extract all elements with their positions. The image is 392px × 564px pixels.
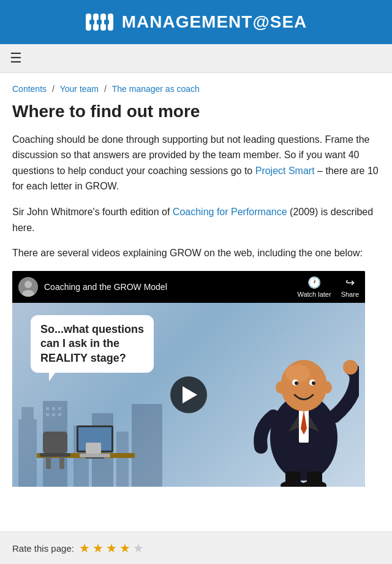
logo-text: MANAGEMENT@SEA [122,12,307,32]
video-embed[interactable]: Coaching and the GROW Model 🕐 Watch late… [12,271,365,487]
svg-point-50 [281,481,305,487]
speech-line2: can I ask in the [40,337,119,349]
video-avatar [18,277,38,297]
share-label: Share [341,291,359,298]
svg-rect-24 [43,432,67,453]
paragraph-3: There are several videos explaining GROW… [12,245,380,261]
video-top-bar: Coaching and the GROW Model 🕐 Watch late… [12,271,365,303]
breadcrumb-your-team[interactable]: Your team [60,84,99,94]
play-icon [183,386,197,403]
coaching-performance-link[interactable]: Coaching for Performance [173,207,287,217]
watch-later-button[interactable]: 🕐 Watch later [297,276,331,298]
svg-rect-27 [59,457,64,469]
video-title: Coaching and the GROW Model [44,282,291,292]
svg-point-51 [302,481,326,487]
logo-icon [85,9,116,36]
desk-scene [24,407,147,481]
svg-point-47 [343,360,358,375]
svg-point-43 [295,381,298,385]
watch-later-icon: 🕐 [307,276,321,289]
navbar: ☰ [0,44,392,73]
svg-point-45 [276,381,285,394]
share-icon: ↪ [345,276,355,289]
page-title: Where to find out more [12,101,380,122]
breadcrumb-contents[interactable]: Contents [12,84,47,94]
paragraph-2-prefix: Sir John Whitmore's fourth edition of [12,207,170,217]
breadcrumb-sep-1: / [52,84,57,94]
watch-later-label: Watch later [297,291,331,298]
breadcrumb: Contents / Your team / The manager as co… [12,84,380,94]
main-content: Contents / Your team / The manager as co… [0,73,392,511]
paragraph-2: Sir John Whitmore's fourth edition of Co… [12,204,380,235]
svg-rect-32 [86,443,101,454]
project-smart-link[interactable]: Project Smart [255,166,315,176]
share-button[interactable]: ↪ Share [341,276,359,298]
breadcrumb-sep-2: / [104,84,109,94]
svg-rect-26 [46,457,51,469]
svg-point-46 [322,381,332,394]
svg-point-40 [285,365,310,382]
paragraph-1-text: Coaching should be done through supporti… [12,134,370,176]
speech-line1: So...what questions [40,323,144,335]
site-header: MANAGEMENT@SEA [0,0,392,44]
svg-rect-5 [97,20,102,25]
paragraph-1: Coaching should be done through supporti… [12,132,380,194]
logo: MANAGEMENT@SEA [85,9,307,36]
svg-rect-4 [89,20,94,25]
breadcrumb-manager-as-coach[interactable]: The manager as coach [112,84,200,94]
speech-line3: REALITY stage? [40,352,126,364]
video-actions: 🕐 Watch later ↪ Share [297,276,359,298]
play-button[interactable] [170,376,207,413]
svg-rect-33 [80,454,110,457]
svg-point-8 [24,281,32,288]
svg-rect-6 [104,20,109,25]
video-thumbnail: So...what questions can I ask in the REA… [12,303,365,487]
speech-bubble: So...what questions can I ask in the REA… [31,315,154,373]
svg-rect-25 [40,453,70,457]
menu-icon[interactable]: ☰ [10,50,22,66]
svg-point-44 [312,381,315,385]
character-figure [249,315,359,487]
